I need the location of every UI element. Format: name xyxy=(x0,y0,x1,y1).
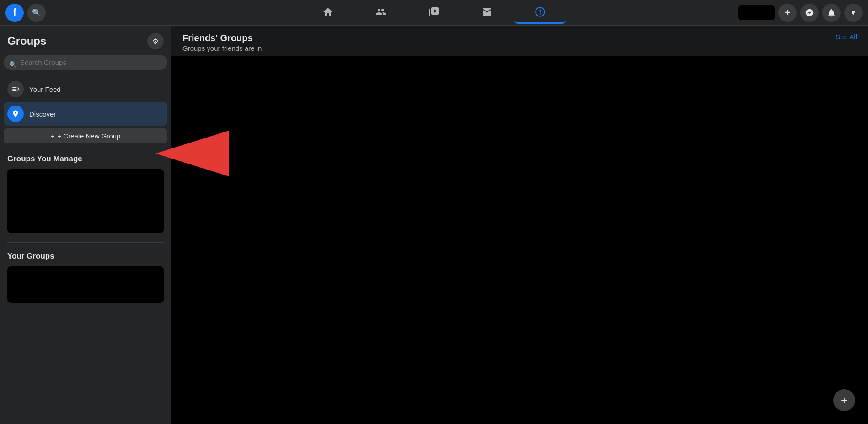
fab-button[interactable]: + xyxy=(833,389,855,411)
account-dropdown-button[interactable]: ▼ xyxy=(844,4,863,22)
marketplace-icon xyxy=(482,6,493,17)
main-body-content xyxy=(171,56,868,424)
discover-label: Discover xyxy=(29,110,56,118)
create-new-group-button[interactable]: + + Create New Group xyxy=(4,128,167,143)
profile-name-rect[interactable] xyxy=(738,5,775,20)
your-groups-title: Your Groups xyxy=(4,248,167,265)
main-content: Friends' Groups Groups your friends are … xyxy=(171,26,868,424)
nav-groups-button[interactable] xyxy=(514,2,566,24)
search-icon: 🔍 xyxy=(32,8,41,17)
nav-watch-button[interactable] xyxy=(408,2,460,24)
search-button[interactable]: 🔍 xyxy=(27,4,46,22)
nav-marketplace-button[interactable] xyxy=(461,2,513,24)
watch-icon xyxy=(429,6,439,17)
feed-label: Your Feed xyxy=(29,85,61,93)
sidebar-header: Groups ⚙ xyxy=(4,31,167,55)
notifications-button[interactable] xyxy=(822,4,841,22)
messenger-button[interactable] xyxy=(800,4,819,22)
home-icon xyxy=(322,6,333,17)
groups-manage-title: Groups You Manage xyxy=(4,151,167,167)
your-groups-placeholder xyxy=(7,266,164,303)
sidebar-item-feed[interactable]: Your Feed xyxy=(4,77,167,101)
sidebar-title: Groups xyxy=(7,35,46,48)
main-header: Friends' Groups Groups your friends are … xyxy=(171,26,868,56)
chevron-down-icon: ▼ xyxy=(850,9,857,17)
sidebar-divider xyxy=(7,242,164,243)
search-groups-input[interactable] xyxy=(4,55,167,70)
see-all-link[interactable]: See All xyxy=(836,33,857,41)
topnav-right: + ▼ xyxy=(707,4,863,22)
nav-friends-button[interactable] xyxy=(355,2,407,24)
sidebar-item-discover[interactable]: Discover xyxy=(4,102,167,126)
main-header-left: Friends' Groups Groups your friends are … xyxy=(182,33,264,52)
groups-manage-placeholder xyxy=(7,169,164,233)
top-navigation: f 🔍 + xyxy=(0,0,868,26)
friends-icon xyxy=(375,6,386,17)
messenger-icon xyxy=(805,8,814,17)
discover-icon xyxy=(7,106,24,122)
friends-groups-subtitle: Groups your friends are in. xyxy=(182,44,264,52)
body-area: Groups ⚙ 🔍 Your Feed Discover + + C xyxy=(0,26,868,424)
fab-plus-icon: + xyxy=(841,394,847,407)
feed-icon xyxy=(7,81,24,97)
sidebar: Groups ⚙ 🔍 Your Feed Discover + + C xyxy=(0,26,171,424)
bell-icon xyxy=(827,8,836,17)
settings-button[interactable]: ⚙ xyxy=(147,33,164,49)
search-icon: 🔍 xyxy=(9,61,17,68)
topnav-left: f 🔍 xyxy=(5,4,161,22)
plus-icon: + xyxy=(51,132,55,140)
groups-icon xyxy=(534,6,546,18)
topnav-center-nav xyxy=(161,2,707,24)
nav-home-button[interactable] xyxy=(302,2,354,24)
add-button[interactable]: + xyxy=(778,4,797,22)
friends-groups-title: Friends' Groups xyxy=(182,33,264,43)
facebook-logo[interactable]: f xyxy=(5,4,24,22)
add-icon: + xyxy=(785,7,790,18)
search-groups-wrapper: 🔍 xyxy=(4,55,167,74)
create-group-label: + Create New Group xyxy=(57,132,120,140)
gear-icon: ⚙ xyxy=(152,37,159,46)
